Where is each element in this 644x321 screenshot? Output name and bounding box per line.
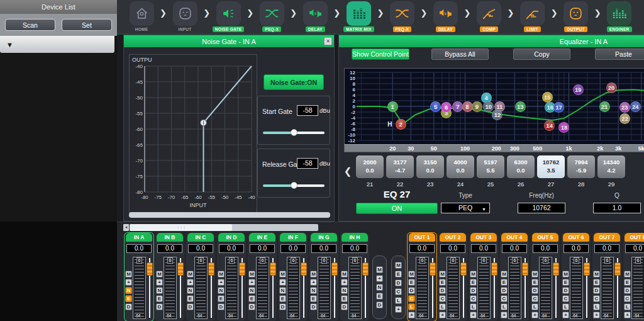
eq-control-point-10[interactable]: 10 [483, 101, 494, 112]
toolbar-item-peq-x-out[interactable]: PEQ-X [384, 1, 420, 32]
channel-button-+[interactable]: + [248, 279, 255, 286]
eq-control-point-15[interactable]: 15 [542, 92, 553, 103]
channel-gain-value[interactable]: 0.0 [409, 244, 435, 253]
start-gate-slider[interactable] [263, 129, 325, 137]
fader-handle[interactable] [553, 262, 559, 276]
channel-gain-value[interactable]: 0.0 [440, 244, 465, 253]
fader-handle[interactable] [208, 262, 214, 276]
scroll-left-icon[interactable]: ◄ [123, 224, 129, 231]
channel-button-M[interactable]: M [341, 271, 348, 278]
bus-button-E[interactable]: E [395, 271, 402, 278]
eq-band-cell-21[interactable]: 20000.0 [356, 155, 384, 178]
channel-button-D[interactable]: D [624, 287, 631, 294]
channel-button-+[interactable]: + [531, 312, 538, 318]
channel-gain-value[interactable]: 0.0 [342, 244, 367, 253]
channel-button-+[interactable]: + [470, 312, 477, 318]
channel-button-L[interactable]: L [531, 303, 538, 310]
channel-label[interactable]: OUT 7 [594, 233, 620, 242]
channel-label[interactable]: OUT 6 [563, 233, 589, 242]
toolbar-item-home[interactable]: HOME [123, 1, 160, 32]
channel-gain-value[interactable]: 0.0 [471, 244, 496, 253]
channel-button-D[interactable]: D [248, 303, 255, 310]
eq-control-point-7[interactable]: 7 [452, 101, 463, 112]
toolbar-item-delay-in[interactable]: DELAY [297, 1, 333, 32]
channel-button-D[interactable]: D [562, 287, 569, 294]
bus-button-D[interactable]: D [395, 279, 402, 286]
toolbar-item-noise-gate[interactable]: NOISE GATE [210, 1, 247, 32]
bus-button-M[interactable]: M [376, 266, 383, 273]
fader-handle[interactable] [239, 262, 245, 276]
channel-label[interactable]: IN H [341, 233, 368, 242]
bypass-all-button[interactable]: Bypass All [431, 48, 489, 60]
toolbar-item-peq-x-in[interactable]: PEQ-X [253, 1, 290, 32]
channel-label[interactable]: OUT 5 [532, 233, 558, 242]
channel-button-E[interactable]: E [310, 295, 317, 302]
channel-button-D[interactable]: D [156, 303, 163, 310]
channel-label[interactable]: IN E [249, 233, 275, 242]
channel-button-M[interactable]: M [310, 271, 317, 278]
channel-button-C[interactable]: C [501, 295, 508, 302]
channel-button-+[interactable]: + [156, 279, 163, 286]
channel-button-+[interactable]: + [218, 279, 225, 286]
toolbar-item-enginer[interactable]: ENGINER [601, 1, 638, 32]
channel-button-M[interactable]: M [156, 271, 163, 278]
scan-button[interactable]: Scan [5, 19, 55, 31]
channel-button-L[interactable]: L [408, 303, 415, 310]
channel-label[interactable]: OUT 8 [625, 233, 644, 242]
fader-track[interactable] [491, 257, 497, 319]
channel-button-+[interactable]: + [279, 279, 286, 286]
fader-handle[interactable] [491, 262, 497, 276]
eq-control-point-2[interactable]: 2 [396, 119, 406, 130]
equalizer-titlebar[interactable]: Equalizer - IN A [339, 35, 644, 47]
channel-button-M[interactable]: M [470, 271, 477, 278]
fader-track[interactable] [430, 257, 436, 319]
fader-handle[interactable] [177, 262, 184, 276]
channel-button-E[interactable]: E [624, 279, 631, 286]
type-select[interactable]: PEQ ▼ [441, 203, 490, 213]
fader-handle[interactable] [331, 262, 338, 276]
channel-gain-value[interactable]: 0.0 [533, 244, 558, 253]
channel-button-D[interactable]: D [310, 303, 317, 310]
eq-band-cell-23[interactable]: 31500.0 [416, 155, 444, 178]
channel-button-L[interactable]: L [624, 303, 631, 310]
channel-button-C[interactable]: C [624, 295, 631, 302]
channel-button-L[interactable]: L [593, 303, 600, 310]
channel-button-E[interactable]: E [531, 279, 538, 286]
channel-button-E[interactable]: E [341, 295, 348, 302]
channel-button-D[interactable]: D [279, 303, 286, 310]
channel-button-C[interactable]: C [593, 295, 600, 302]
channel-label[interactable]: OUT 3 [470, 233, 497, 242]
channel-button-+[interactable]: + [408, 312, 415, 318]
noise-gate-power-button[interactable]: Noise Gate:ON [264, 74, 324, 90]
bus-button-E[interactable]: E [376, 293, 383, 300]
bus-button-+[interactable]: + [376, 275, 383, 282]
channel-button-M[interactable]: M [439, 271, 446, 278]
channel-button-N[interactable]: N [310, 287, 317, 294]
channel-button-D[interactable]: D [593, 287, 600, 294]
bus-button-L[interactable]: L [395, 297, 402, 304]
channel-gain-value[interactable]: 0.0 [157, 244, 182, 253]
fader-track[interactable] [301, 257, 307, 319]
channel-button-M[interactable]: M [562, 271, 569, 278]
eq-control-point-9[interactable]: 9 [472, 101, 482, 112]
channel-button-M[interactable]: M [187, 271, 194, 278]
fader-track[interactable] [460, 257, 467, 319]
channel-gain-value[interactable]: 0.0 [250, 244, 275, 253]
channel-button-E[interactable]: E [218, 295, 225, 302]
fader-handle[interactable] [522, 262, 528, 276]
channel-button-D[interactable]: D [218, 303, 225, 310]
fader-handle[interactable] [301, 262, 307, 276]
device-list-dropdown[interactable]: ▼ [0, 36, 114, 53]
channel-button-M[interactable]: M [248, 271, 255, 278]
channel-button-+[interactable]: + [341, 279, 348, 286]
eq-band-cell-24[interactable]: 40000.0 [447, 155, 474, 178]
channel-button-D[interactable]: D [408, 287, 415, 294]
channel-label[interactable]: OUT 2 [440, 233, 466, 242]
channel-label[interactable]: IN A [126, 233, 152, 242]
fader-handle[interactable] [614, 262, 621, 276]
fader-handle[interactable] [430, 262, 436, 276]
channel-button-+[interactable]: + [310, 279, 317, 286]
channel-button-N[interactable]: N [125, 287, 132, 294]
release-gate-slider[interactable] [263, 182, 325, 189]
noise-gate-titlebar[interactable]: Noise Gate - IN A ✕ [124, 35, 334, 47]
